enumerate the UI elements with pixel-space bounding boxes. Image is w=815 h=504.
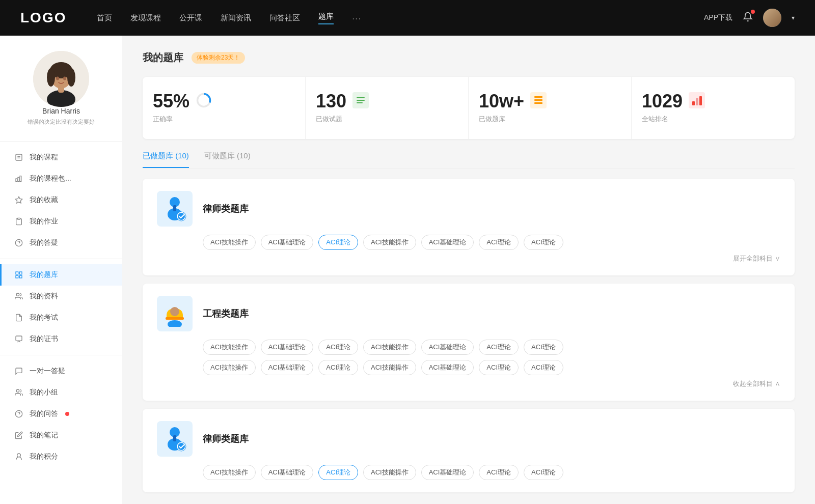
tag[interactable]: ACI理论 (479, 465, 519, 480)
nav-home[interactable]: 首页 (97, 13, 112, 23)
tag[interactable]: ACI理论 (524, 465, 563, 480)
tag[interactable]: ACI技能操作 (203, 340, 256, 355)
svg-rect-19 (16, 272, 18, 274)
notification-bell[interactable] (743, 12, 753, 24)
badge-icon (14, 334, 23, 344)
tab-available-banks[interactable]: 可做题库 (10) (204, 151, 251, 168)
main-layout: Brian Harris 错误的决定比没有决定要好 我的课程 我的课程包... (0, 36, 815, 504)
sidebar-item-courses-label: 我的课程 (30, 153, 58, 162)
people-icon (14, 292, 23, 301)
tag[interactable]: ACI基础理论 (421, 360, 474, 375)
svg-point-28 (17, 454, 21, 457)
tag[interactable]: ACI技能操作 (203, 465, 256, 480)
sidebar-item-profile[interactable]: 我的资料 (0, 286, 122, 307)
sidebar-item-favorites-label: 我的收藏 (30, 195, 58, 205)
svg-point-8 (63, 77, 66, 80)
nav-news[interactable]: 新闻资讯 (221, 13, 251, 23)
tag[interactable]: ACI理论 (524, 340, 563, 355)
nav-more[interactable]: ··· (352, 14, 362, 22)
profile-avatar (33, 51, 89, 107)
sidebar-item-answers-label: 我的答疑 (30, 238, 58, 247)
sidebar-item-group[interactable]: 我的小组 (0, 382, 122, 403)
tag[interactable]: ACI技能操作 (363, 340, 416, 355)
navbar-right: APP下载 ▾ (704, 9, 795, 27)
tag[interactable]: ACI基础理论 (421, 340, 474, 355)
stat-done-questions-top: 130 (316, 92, 458, 110)
stat-correctrate: 55% 正确率 (143, 77, 306, 139)
avatar-dropdown[interactable]: ▾ (792, 14, 795, 21)
clipboard-icon (14, 217, 23, 226)
tag[interactable]: ACI技能操作 (203, 235, 256, 250)
tag[interactable]: ACI理论 (318, 340, 358, 355)
sidebar-item-myqa[interactable]: 我的问答 (0, 403, 122, 425)
tag[interactable]: ACI理论 (524, 360, 563, 375)
tag[interactable]: ACI基础理论 (421, 235, 474, 250)
svg-rect-24 (16, 336, 22, 341)
qbank-title-2: 工程类题库 (203, 307, 249, 320)
tag-active[interactable]: ACI理论 (318, 465, 358, 480)
expand-link-1[interactable]: 展开全部科目 ∨ (157, 254, 780, 263)
svg-point-25 (16, 389, 19, 392)
sidebar-item-points[interactable]: 我的积分 (0, 446, 122, 467)
tags-row-2b: ACI技能操作 ACI基础理论 ACI理论 ACI技能操作 ACI基础理论 AC… (203, 360, 780, 375)
nav-opencourse[interactable]: 公开课 (179, 13, 202, 23)
tag[interactable]: ACI理论 (524, 235, 563, 250)
sidebar-divider-mid (0, 259, 122, 259)
sidebar-item-1on1-label: 一对一答疑 (30, 367, 65, 376)
svg-rect-40 (692, 101, 695, 105)
tag[interactable]: ACI理论 (479, 235, 519, 250)
svg-rect-32 (357, 97, 365, 98)
tag[interactable]: ACI技能操作 (363, 360, 416, 375)
stat-correctrate-value: 55% (153, 92, 189, 110)
tag[interactable]: ACI理论 (479, 340, 519, 355)
tag[interactable]: ACI基础理论 (261, 465, 314, 480)
sidebar-item-notes[interactable]: 我的笔记 (0, 425, 122, 446)
sidebar-item-certificate[interactable]: 我的证书 (0, 328, 122, 350)
sidebar-item-exam[interactable]: 我的考试 (0, 307, 122, 328)
tag[interactable]: ACI基础理论 (261, 235, 314, 250)
tags-row-1: ACI技能操作 ACI基础理论 ACI理论 ACI技能操作 ACI基础理论 AC… (203, 235, 780, 250)
stat-done-questions-label: 已做试题 (316, 115, 458, 124)
nav-qa[interactable]: 问答社区 (269, 13, 300, 23)
nav-questionbank[interactable]: 题库 (318, 12, 334, 24)
sidebar-item-favorites[interactable]: 我的收藏 (0, 189, 122, 211)
stat-done-banks-top: 10w+ (479, 92, 621, 110)
sidebar-item-points-label: 我的积分 (30, 452, 58, 461)
avatar[interactable] (763, 9, 781, 27)
svg-point-49 (168, 320, 182, 327)
stat-done-questions-value: 130 (316, 92, 346, 110)
tag[interactable]: ACI技能操作 (203, 360, 256, 375)
svg-rect-22 (19, 275, 22, 278)
qa-dot-badge (65, 412, 69, 416)
sidebar-item-courses[interactable]: 我的课程 (0, 147, 122, 168)
sidebar-item-1on1[interactable]: 一对一答疑 (0, 360, 122, 382)
sidebar-item-homework[interactable]: 我的作业 (0, 211, 122, 232)
sidebar-item-questionbank[interactable]: 我的题库 (0, 264, 122, 286)
tag[interactable]: ACI基础理论 (421, 465, 474, 480)
tag[interactable]: ACI基础理论 (261, 360, 314, 375)
tag-active[interactable]: ACI理论 (318, 235, 358, 250)
svg-rect-41 (696, 98, 698, 105)
tag[interactable]: ACI理论 (479, 360, 519, 375)
tag[interactable]: ACI技能操作 (363, 465, 416, 480)
nav-discover[interactable]: 发现课程 (130, 13, 161, 23)
tag[interactable]: ACI基础理论 (261, 340, 314, 355)
qbank-lawyer-icon (157, 191, 193, 227)
stat-ranking: 1029 全站排名 (632, 77, 795, 139)
sidebar-item-answers[interactable]: 我的答疑 (0, 232, 122, 254)
svg-point-23 (16, 293, 19, 296)
tag[interactable]: ACI理论 (318, 360, 358, 375)
nav-menu: 首页 发现课程 公开课 新闻资讯 问答社区 题库 ··· (97, 12, 704, 24)
navbar: LOGO 首页 发现课程 公开课 新闻资讯 问答社区 题库 ··· APP下载 … (0, 0, 815, 36)
app-download-link[interactable]: APP下载 (704, 13, 732, 22)
qbank-title-1: 律师类题库 (203, 203, 249, 215)
tag[interactable]: ACI技能操作 (363, 235, 416, 250)
sidebar-item-course-pack[interactable]: 我的课程包... (0, 168, 122, 189)
tab-done-banks[interactable]: 已做题库 (10) (143, 151, 189, 168)
main-content: 我的题库 体验剩余23天！ 55% 正确率 (122, 36, 815, 504)
tags-row-2a: ACI技能操作 ACI基础理论 ACI理论 ACI技能操作 ACI基础理论 AC… (203, 340, 780, 355)
qbank-header-2: 工程类题库 (157, 296, 780, 331)
qbank-engineer-icon (157, 296, 193, 331)
collapse-link-2[interactable]: 收起全部科目 ∧ (157, 379, 780, 388)
notification-badge (751, 10, 755, 14)
